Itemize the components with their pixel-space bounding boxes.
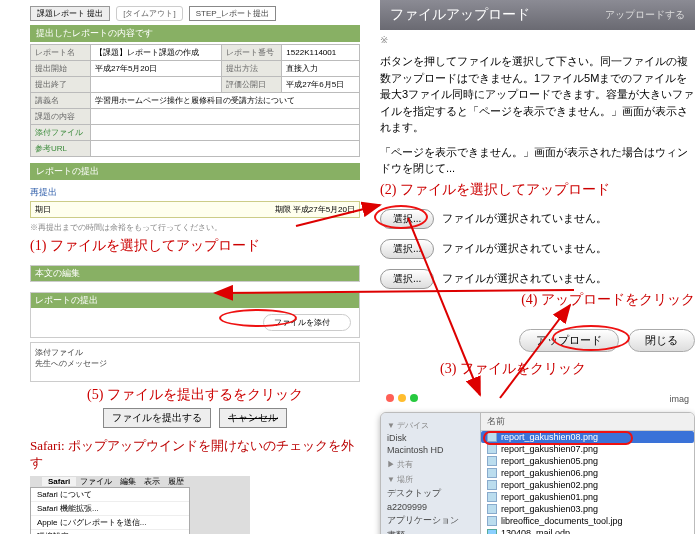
submit-row: ファイルを提出する キャンセル [30, 408, 360, 428]
finder-filelist: 名前 report_gakushien08.png report_gakushi… [481, 413, 694, 535]
list-item[interactable]: report_gakushien01.png [481, 491, 694, 503]
step5-annotation: (5) ファイルを提出するをクリック [30, 386, 360, 404]
list-item[interactable]: report_gakushien03.png [481, 503, 694, 515]
step3-annotation: (3) ファイルをクリック [440, 360, 695, 378]
red-oval-1 [219, 309, 297, 327]
finder-toolbar: imag [380, 392, 695, 406]
list-item[interactable]: report_gakushien06.png [481, 467, 694, 479]
close-traffic-icon[interactable] [386, 394, 394, 402]
left-screenshot: 課題レポート 提出 [タイムアウト] STEP_レポート提出 提出したレポートの… [30, 6, 360, 534]
list-item[interactable]: 130408_mail.odp [481, 527, 694, 535]
safari-menu: Safari について Safari 機能拡張... Apple にバグレポート… [30, 487, 190, 534]
right-screenshot: ファイルアップロードアップロードする ※ ボタンを押してファイルを選択して下さい… [380, 0, 695, 534]
upload-header: ファイルアップロードアップロードする [380, 0, 695, 30]
red-oval-4 [483, 431, 633, 445]
list-item[interactable]: libreoffice_documents_tool.jpg [481, 515, 694, 527]
finder-window: ▼ デバイス iDisk Macintosh HD ▶ 共有 ▼ 場所 デスクト… [380, 412, 695, 535]
select-button-3[interactable]: 選択... [380, 269, 434, 289]
list-item[interactable]: report_gakushien02.png [481, 479, 694, 491]
report-submit-bar: レポートの提出 [30, 163, 360, 180]
submit-button[interactable]: ファイルを提出する [103, 408, 211, 428]
close-button[interactable]: 閉じる [628, 329, 695, 352]
cancel-button[interactable]: キャンセル [219, 408, 287, 428]
tab-timeout[interactable]: [タイムアウト] [116, 6, 182, 21]
step2-annotation: (2) ファイルを選択してアップロード [380, 181, 695, 199]
upload-instructions: ボタンを押してファイルを選択して下さい。同一ファイルの複数アップロードはできませ… [380, 53, 695, 136]
list-item[interactable]: report_gakushien05.png [481, 455, 694, 467]
greenbar-title: 提出したレポートの内容です [30, 25, 360, 42]
step4-annotation: (4) アップロードをクリック [380, 291, 695, 309]
tab-bar: 課題レポート 提出 [タイムアウト] STEP_レポート提出 [30, 6, 360, 21]
min-traffic-icon[interactable] [398, 394, 406, 402]
red-oval-2 [374, 205, 428, 229]
message-box: 添付ファイル 先生へのメッセージ [30, 342, 360, 382]
select-button-2[interactable]: 選択... [380, 239, 434, 259]
tab-step[interactable]: STEP_レポート提出 [189, 6, 276, 21]
safari-block: Safari: ポップアップウインドを開けないのチェックを外す Safari フ… [30, 438, 360, 534]
report-table: レポート名【課題】レポート課題の作成レポート番号1522K114001 提出開始… [30, 44, 360, 157]
resubmit-block: 再提出 期日期限 平成27年5月20日 ※再提出までの時間は余裕をもって行ってく… [30, 186, 360, 233]
red-oval-3 [552, 325, 630, 351]
tab-active[interactable]: 課題レポート 提出 [30, 6, 110, 21]
finder-sidebar: ▼ デバイス iDisk Macintosh HD ▶ 共有 ▼ 場所 デスクト… [381, 413, 481, 535]
max-traffic-icon[interactable] [410, 394, 418, 402]
step1-annotation: (1) ファイルを選択してアップロード [30, 237, 360, 255]
